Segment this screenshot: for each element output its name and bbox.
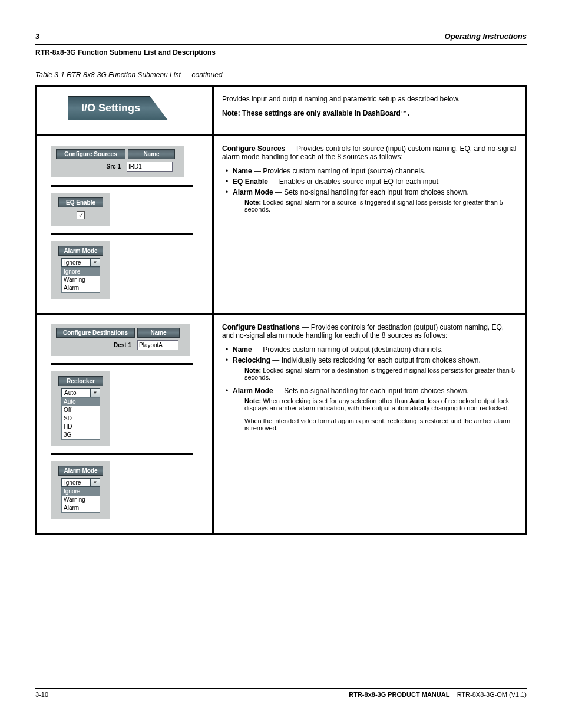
reclocker-opt-off[interactable]: Off: [62, 406, 100, 414]
cell-io-button: I/O Settings: [37, 86, 213, 136]
cell-sources-desc: Configure Sources — Provides controls fo…: [213, 136, 526, 314]
reclocker-value: Auto: [62, 389, 90, 397]
bullet-alarm-dest: •Alarm Mode — Sets no-signal handling fo…: [226, 387, 517, 395]
note-dest2: Note: When reclocking is set for any sel…: [244, 397, 517, 411]
dest1-label: Dest 1: [56, 342, 137, 348]
bullet-reclocking: •Reclocking — Individually sets reclocki…: [226, 356, 517, 364]
cell-destinations: Configure Destinations Name Dest 1 Reclo…: [37, 314, 213, 533]
header-right: Operating Instructions: [445, 32, 527, 41]
reclocker-dropdown[interactable]: Auto ▼: [61, 388, 100, 397]
chapter-line: RTR-8x8-3G Function Submenu List and Des…: [35, 48, 527, 57]
panel-reclocker: Reclocker Auto ▼ Auto Off SD HD 3G: [51, 371, 110, 446]
alarm-dest-opt-warning[interactable]: Warning: [62, 496, 100, 504]
src1-label: Src 1: [56, 163, 127, 170]
footer-title: RTR-8x8-3G PRODUCT MANUAL: [349, 691, 449, 698]
io-desc-note: Note: These settings are only available …: [222, 109, 409, 117]
note-src: Note: Locked signal alarm for a source i…: [244, 199, 517, 213]
alarm-mode-src-value: Ignore: [62, 259, 90, 266]
header-left: 3: [35, 32, 39, 41]
dest-head: Configure Destinations: [222, 323, 300, 331]
panel-configure-sources: Configure Sources Name Src 1: [51, 146, 184, 177]
alarm-mode-dest-options: Ignore Warning Alarm: [61, 487, 100, 513]
separator: [51, 185, 193, 187]
src1-name-input[interactable]: [127, 162, 173, 172]
hdr-configure-destinations: Configure Destinations: [56, 328, 135, 338]
reclocker-opt-auto[interactable]: Auto: [62, 398, 100, 406]
alarm-opt-ignore[interactable]: Ignore: [62, 268, 100, 276]
alarm-mode-src-dropdown[interactable]: Ignore ▼: [61, 258, 100, 267]
reclocker-options: Auto Off SD HD 3G: [61, 397, 100, 440]
separator: [51, 233, 193, 235]
bullet-alarm-src: •Alarm Mode — Sets no-signal handling fo…: [226, 188, 517, 196]
page-header: 3 Operating Instructions: [35, 28, 527, 45]
bullet-name-dest: •Name — Provides custom naming of output…: [226, 345, 517, 354]
alarm-mode-src-options: Ignore Warning Alarm: [61, 267, 100, 293]
separator: [51, 453, 193, 455]
hdr-configure-sources: Configure Sources: [56, 149, 125, 159]
reclocker-opt-hd[interactable]: HD: [62, 423, 100, 431]
table-caption: Table 3-1 RTR-8x8-3G Function Submenu Li…: [35, 71, 527, 79]
cell-sources: Configure Sources Name Src 1 EQ Enable ✓…: [37, 136, 213, 314]
panel-configure-destinations: Configure Destinations Name Dest 1: [51, 324, 190, 356]
alarm-mode-dest-value: Ignore: [62, 479, 90, 486]
page-footer: 3-10 RTR-8x8-3G PRODUCT MANUAL RTR-8X8-3…: [35, 688, 527, 698]
bullet-eq-src: •EQ Enable — Enables or disables source …: [226, 177, 517, 186]
panel-eq-enable: EQ Enable ✓: [51, 193, 110, 226]
cell-io-desc: Provides input and output naming and par…: [213, 86, 526, 136]
footer-pagenum: 3-10: [35, 691, 48, 698]
hdr-reclocker: Reclocker: [58, 376, 103, 386]
hdr-alarm-mode-dest: Alarm Mode: [58, 466, 103, 476]
separator: [51, 363, 193, 365]
panel-alarm-mode-dest: Alarm Mode Ignore ▼ Ignore Warning Alarm: [51, 461, 110, 519]
cell-destinations-desc: Configure Destinations — Provides contro…: [213, 314, 526, 533]
note-dest3: When the intended video format again is …: [244, 417, 517, 431]
bullet-name-src: •Name — Provides custom naming of input …: [226, 167, 517, 175]
chevron-down-icon: ▼: [90, 389, 100, 397]
reclocker-opt-sd[interactable]: SD: [62, 414, 100, 423]
io-settings-button[interactable]: I/O Settings: [68, 96, 168, 120]
hdr-alarm-mode-src: Alarm Mode: [58, 246, 103, 256]
note-dest1: Note: Locked signal alarm for a destinat…: [244, 367, 517, 381]
eq-enable-checkbox[interactable]: ✓: [77, 211, 85, 219]
footer-rev: RTR-8X8-3G-OM (V1.1): [457, 691, 527, 698]
alarm-opt-warning[interactable]: Warning: [62, 276, 100, 284]
sources-head: Configure Sources: [222, 144, 285, 153]
reclocker-opt-3g[interactable]: 3G: [62, 431, 100, 439]
io-desc-intro: Provides input and output naming and par…: [222, 95, 517, 103]
hdr-eq-enable: EQ Enable: [58, 197, 103, 207]
alarm-dest-opt-alarm[interactable]: Alarm: [62, 504, 100, 512]
alarm-dest-opt-ignore[interactable]: Ignore: [62, 487, 100, 496]
chevron-down-icon: ▼: [90, 479, 100, 486]
alarm-opt-alarm[interactable]: Alarm: [62, 284, 100, 292]
settings-table: I/O Settings Provides input and output n…: [35, 85, 527, 535]
alarm-mode-dest-dropdown[interactable]: Ignore ▼: [61, 478, 100, 487]
chevron-down-icon: ▼: [90, 259, 100, 266]
hdr-name-src: Name: [128, 149, 175, 159]
hdr-name-dest: Name: [137, 328, 180, 338]
panel-alarm-mode-src: Alarm Mode Ignore ▼ Ignore Warning Alarm: [51, 241, 110, 299]
dest1-name-input[interactable]: [137, 340, 178, 350]
